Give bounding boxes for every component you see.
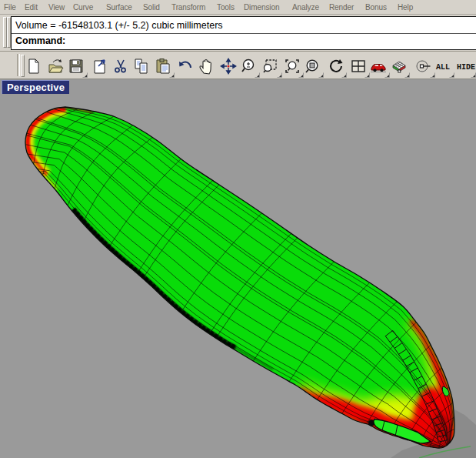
svg-text:ALL: ALL <box>436 63 450 72</box>
svg-text:HIDE: HIDE <box>457 63 475 72</box>
